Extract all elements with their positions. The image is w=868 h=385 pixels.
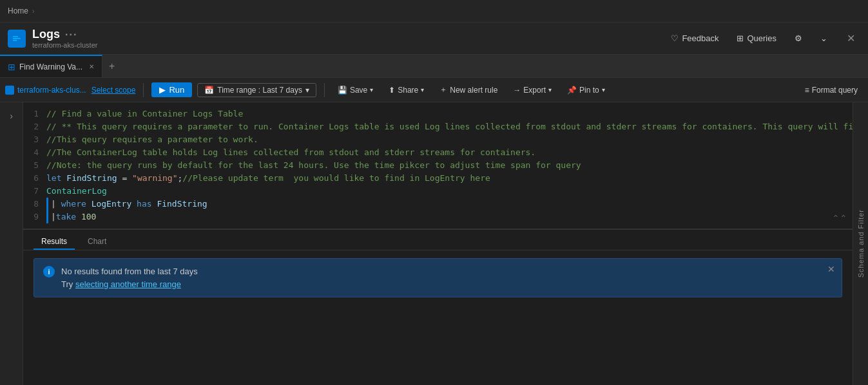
editor-results: 1 // Find a value in Container Logs Tabl… bbox=[23, 102, 853, 385]
code-content-9: |take 100 bbox=[46, 211, 853, 223]
code-line-8: 8 | where LogEntry has FindString bbox=[23, 198, 853, 211]
new-alert-rule-button[interactable]: ＋ New alert rule bbox=[434, 82, 503, 98]
tab-spacer bbox=[121, 55, 868, 77]
app-icon bbox=[8, 30, 26, 48]
breadcrumb-separator: › bbox=[32, 8, 34, 15]
tab-icon: ⊞ bbox=[8, 62, 15, 72]
select-scope-button[interactable]: Select scope bbox=[92, 86, 136, 95]
export-icon: → bbox=[513, 86, 521, 95]
time-range-link[interactable]: selecting another time range bbox=[75, 279, 181, 289]
save-caret-icon: ▾ bbox=[370, 86, 373, 93]
info-close-button[interactable]: ✕ bbox=[827, 264, 835, 274]
export-button[interactable]: → Export ▾ bbox=[508, 83, 557, 97]
code-line-5: 5 //Note: the query runs by default for … bbox=[23, 159, 853, 172]
resource-chip: terraform-aks-clus... bbox=[5, 86, 86, 95]
code-line-2: 2 // ** This query requires a parameter … bbox=[23, 120, 853, 133]
run-icon: ▶ bbox=[159, 85, 166, 95]
svg-rect-4 bbox=[6, 87, 13, 93]
title-info: Logs ··· terraform-aks-cluster bbox=[32, 28, 661, 49]
info-banner: i No results found from the last 7 days … bbox=[34, 258, 842, 297]
breadcrumb: Home › bbox=[8, 6, 34, 15]
share-icon: ⬆ bbox=[389, 86, 395, 95]
svg-rect-2 bbox=[13, 38, 21, 39]
code-line-9: 9 |take 100 bbox=[23, 211, 853, 223]
heart-icon: ♡ bbox=[671, 33, 679, 43]
code-content-6: let FindString = "warning";//Please upda… bbox=[46, 172, 853, 185]
share-caret-icon: ▾ bbox=[421, 86, 424, 93]
line-number-9: 9 bbox=[23, 211, 46, 223]
main-area: › 1 // Find a value in Container Logs Ta… bbox=[0, 102, 868, 385]
line-number-8: 8 bbox=[23, 198, 46, 211]
code-editor[interactable]: 1 // Find a value in Container Logs Tabl… bbox=[23, 102, 853, 230]
code-content-2: // ** This query requires a parameter to… bbox=[46, 120, 853, 133]
queries-button[interactable]: ⊞ Queries bbox=[733, 31, 780, 46]
title-bar: Logs ··· terraform-aks-cluster ♡ Feedbac… bbox=[0, 23, 868, 55]
line-number-5: 5 bbox=[23, 159, 46, 172]
tab-results[interactable]: Results bbox=[34, 234, 75, 250]
title-dots[interactable]: ··· bbox=[65, 29, 77, 41]
chevron-down-icon: ▾ bbox=[305, 86, 309, 95]
resource-icon bbox=[5, 86, 14, 95]
code-line-6: 6 let FindString = "warning";//Please up… bbox=[23, 172, 853, 185]
pin-icon: 📌 bbox=[567, 86, 577, 95]
line-number-4: 4 bbox=[23, 146, 46, 159]
line-number-3: 3 bbox=[23, 133, 46, 146]
settings-icon: ⚙ bbox=[795, 33, 802, 43]
top-bar: Home › bbox=[0, 0, 868, 23]
time-range-button[interactable]: 📅 Time range : Last 7 days ▾ bbox=[197, 83, 316, 97]
tab-close-button[interactable]: ✕ bbox=[89, 63, 94, 70]
code-content-1: // Find a value in Container Logs Table bbox=[46, 108, 853, 120]
pin-to-button[interactable]: 📌 Pin to ▾ bbox=[562, 83, 610, 97]
info-text: No results found from the last 7 days Tr… bbox=[61, 265, 198, 290]
title-subtitle: terraform-aks-cluster bbox=[32, 41, 661, 49]
breadcrumb-home[interactable]: Home bbox=[8, 6, 28, 15]
tab-label: Find Warning Va... bbox=[19, 62, 82, 71]
settings-button[interactable]: ⚙ bbox=[791, 31, 806, 46]
run-button[interactable]: ▶ Run bbox=[151, 82, 192, 97]
schema-label: Schema and Filter bbox=[857, 209, 865, 277]
window-controls[interactable]: ⌄ bbox=[816, 31, 831, 46]
close-window-button[interactable]: ✕ bbox=[842, 30, 860, 47]
code-content-8: | where LogEntry has FindString bbox=[46, 198, 853, 211]
code-content-4: //The ContainerLog table holds Log lines… bbox=[46, 146, 853, 159]
calendar-icon: 📅 bbox=[204, 86, 214, 95]
tab-find-warning[interactable]: ⊞ Find Warning Va... ✕ bbox=[0, 55, 102, 77]
code-line-4: 4 //The ContainerLog table holds Log lin… bbox=[23, 146, 853, 159]
sidebar-left: › bbox=[0, 102, 23, 385]
feedback-button[interactable]: ♡ Feedback bbox=[667, 31, 722, 46]
schema-sidebar[interactable]: Schema and Filter bbox=[853, 102, 868, 385]
grid-icon: ⊞ bbox=[737, 33, 744, 43]
line-number-1: 1 bbox=[23, 108, 46, 120]
results-area: Results Chart i No results found from th… bbox=[23, 230, 853, 385]
format-icon: ≡ bbox=[805, 86, 809, 95]
info-message: No results found from the last 7 days bbox=[61, 265, 198, 278]
toolbar: terraform-aks-clus... Select scope ▶ Run… bbox=[0, 78, 868, 102]
line-number-6: 6 bbox=[23, 172, 46, 185]
save-icon: 💾 bbox=[338, 86, 347, 95]
line-number-7: 7 bbox=[23, 185, 46, 198]
code-line-3: 3 //This qeury requires a parameter to w… bbox=[23, 133, 853, 146]
export-caret-icon: ▾ bbox=[548, 86, 552, 93]
editor-collapse-button[interactable]: ⌃⌃ bbox=[832, 213, 847, 223]
title-main: Logs ··· bbox=[32, 28, 661, 41]
svg-rect-3 bbox=[13, 40, 17, 41]
resource-name: terraform-aks-clus... bbox=[17, 86, 86, 95]
title-actions: ♡ Feedback ⊞ Queries ⚙ ⌄ ✕ bbox=[667, 30, 860, 47]
info-try-line: Try selecting another time range bbox=[61, 278, 198, 291]
info-icon: i bbox=[43, 266, 55, 277]
format-query-button[interactable]: ≡ Format query bbox=[800, 83, 863, 97]
results-content: i No results found from the last 7 days … bbox=[23, 250, 853, 385]
sidebar-toggle-button[interactable]: › bbox=[3, 108, 20, 124]
divider-2 bbox=[324, 83, 325, 97]
tab-bar: ⊞ Find Warning Va... ✕ + bbox=[0, 55, 868, 78]
save-button[interactable]: 💾 Save ▾ bbox=[333, 83, 378, 97]
code-content-7: ContainerLog bbox=[46, 185, 853, 198]
share-button[interactable]: ⬆ Share ▾ bbox=[383, 83, 429, 97]
results-tabs: Results Chart bbox=[23, 230, 853, 250]
app-title: Logs bbox=[32, 28, 60, 41]
code-content-5: //Note: the query runs by default for th… bbox=[46, 159, 853, 172]
tab-chart[interactable]: Chart bbox=[80, 234, 114, 250]
new-tab-button[interactable]: + bbox=[102, 55, 121, 77]
line-number-2: 2 bbox=[23, 120, 46, 133]
code-content-3: //This qeury requires a parameter to wor… bbox=[46, 133, 853, 146]
